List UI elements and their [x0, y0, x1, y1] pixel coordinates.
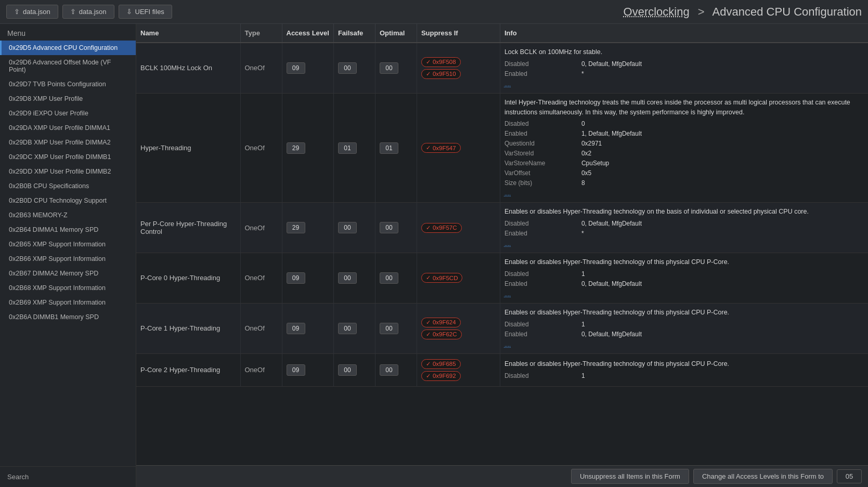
info-more-link[interactable]: ....	[504, 240, 511, 248]
cell-optimal: 00	[375, 43, 417, 93]
suppress-badge[interactable]: ✓ 0x9F508	[421, 57, 461, 67]
info-value: 0, Default, MfgDefault	[581, 330, 864, 339]
sidebar-item-0x29D9[interactable]: 0x29D9 iEXPO User Profile	[0, 106, 136, 121]
suppress-badge[interactable]: ✓ 0x9F510	[421, 69, 461, 79]
info-value: *	[581, 229, 864, 238]
suppress-badge[interactable]: ✓ 0x9F62C	[421, 330, 462, 339]
info-grid: Disabled0, Default, MfgDefaultEnabled*	[504, 59, 864, 78]
sidebar-item-0x29DC[interactable]: 0x29DC XMP User Profile DIMMB1	[0, 150, 136, 164]
cell-access-level[interactable]: 09	[282, 303, 333, 353]
cell-name: Per P-Core Hyper-Threading Control	[136, 203, 240, 253]
sidebar-item-0x2B68[interactable]: 0x2B68 XMP Support Information	[0, 281, 136, 295]
cell-type: OneOf	[240, 93, 282, 203]
info-key: VarStoreName	[504, 159, 577, 168]
info-title: Enables or disables Hyper-Threading tech…	[504, 308, 864, 318]
th-name: Name	[136, 24, 240, 43]
cell-name: Hyper-Threading	[136, 93, 240, 203]
cell-failsafe: 00	[333, 253, 375, 304]
info-key: QuestionId	[504, 139, 577, 148]
sidebar-item-0x29D5[interactable]: 0x29D5 Advanced CPU Configuration	[0, 41, 136, 55]
search-label: Search	[5, 471, 131, 483]
suppress-badge[interactable]: ✓ 0x9F5CD	[421, 273, 463, 283]
th-access-level: Access Level	[282, 24, 333, 43]
table-container: Name Type Access Level Failsafe Optimal …	[136, 24, 868, 465]
info-grid: Disabled1	[504, 371, 864, 380]
breadcrumb-parent[interactable]: Overclocking	[624, 5, 690, 18]
info-value: 0	[581, 119, 864, 128]
info-value: 0x2971	[581, 139, 864, 148]
cell-optimal: 00	[375, 253, 417, 304]
sidebar-item-0x29DB[interactable]: 0x29DB XMP User Profile DIMMA2	[0, 135, 136, 150]
info-key: Enabled	[504, 330, 577, 339]
info-key: Disabled	[504, 320, 577, 329]
sidebar-item-0x2B65[interactable]: 0x2B65 XMP Support Information	[0, 237, 136, 252]
suppress-badge[interactable]: ✓ 0x9F547	[421, 143, 461, 153]
bottom-bar: Unsuppress all Items in this Form Change…	[136, 465, 868, 487]
cell-optimal: 00	[375, 203, 417, 253]
upload-uefi-btn[interactable]: ⇩ UEFI files	[119, 5, 172, 19]
cell-name: BCLK 100MHz Lock On	[136, 43, 240, 93]
suppress-badge[interactable]: ✓ 0x9F57C	[421, 223, 462, 233]
table-row: P-Core 2 Hyper-ThreadingOneOf090000✓ 0x9…	[136, 353, 868, 386]
cell-access-level[interactable]: 29	[282, 93, 333, 203]
table-row: P-Core 0 Hyper-ThreadingOneOf090000✓ 0x9…	[136, 253, 868, 304]
menu-label: Menu	[0, 24, 136, 41]
suppress-badge[interactable]: ✓ 0x9F692	[421, 371, 461, 381]
cell-type: OneOf	[240, 253, 282, 304]
checkmark-icon: ✓	[426, 144, 431, 151]
sidebar-item-0x2B66[interactable]: 0x2B66 XMP Support Information	[0, 252, 136, 266]
sidebar-item-0x2B67[interactable]: 0x2B67 DIMMA2 Memory SPD	[0, 266, 136, 281]
sidebar-item-0x2B63[interactable]: 0x2B63 MEMORY-Z	[0, 208, 136, 222]
checkmark-icon: ✓	[426, 274, 431, 281]
cell-name: P-Core 1 Hyper-Threading	[136, 303, 240, 353]
sidebar-item-0x29D6[interactable]: 0x29D6 Advanced Offset Mode (VF Point)	[0, 55, 136, 77]
th-suppress-if: Suppress If	[417, 24, 500, 43]
cell-access-level[interactable]: 29	[282, 203, 333, 253]
content-area: Name Type Access Level Failsafe Optimal …	[136, 24, 868, 487]
upload-data-btn-1[interactable]: ⇧ data.json	[6, 5, 58, 19]
info-title: Enables or disables Hyper-Threading tech…	[504, 257, 864, 267]
cell-access-level[interactable]: 09	[282, 43, 333, 93]
cell-suppress-if: ✓ 0x9F624✓ 0x9F62C	[417, 303, 500, 353]
cell-type: OneOf	[240, 43, 282, 93]
unsuppress-all-btn[interactable]: Unsuppress all Items in this Form	[571, 469, 689, 484]
cell-optimal: 01	[375, 93, 417, 203]
info-grid: Disabled0Enabled1, Default, MfgDefaultQu…	[504, 119, 864, 188]
table-row: Per P-Core Hyper-Threading ControlOneOf2…	[136, 203, 868, 253]
sidebar-item-0x2B64[interactable]: 0x2B64 DIMMA1 Memory SPD	[0, 222, 136, 237]
table-header-row: Name Type Access Level Failsafe Optimal …	[136, 24, 868, 43]
cell-optimal: 00	[375, 303, 417, 353]
main-layout: Menu 0x29D5 Advanced CPU Configuration0x…	[0, 24, 868, 487]
info-more-link[interactable]: ....	[504, 80, 511, 89]
sidebar-item-0x2B0B[interactable]: 0x2B0B CPU Specifications	[0, 179, 136, 193]
suppress-badge[interactable]: ✓ 0x9F685	[421, 359, 461, 369]
cell-name: P-Core 0 Hyper-Threading	[136, 253, 240, 304]
th-optimal: Optimal	[375, 24, 417, 43]
suppress-badge[interactable]: ✓ 0x9F624	[421, 318, 461, 327]
sidebar-item-0x2B69[interactable]: 0x2B69 XMP Support Information	[0, 295, 136, 310]
sidebar-item-0x29DA[interactable]: 0x29DA XMP User Profile DIMMA1	[0, 121, 136, 135]
sidebar-item-0x29D7[interactable]: 0x29D7 TVB Points Configuration	[0, 77, 136, 91]
info-value: 0x2	[581, 149, 864, 158]
info-key: Enabled	[504, 279, 577, 288]
info-value: 1	[581, 371, 864, 380]
breadcrumb-separator: >	[698, 5, 705, 18]
info-more-link[interactable]: ....	[504, 340, 511, 349]
cell-access-level[interactable]: 09	[282, 253, 333, 304]
change-access-btn[interactable]: Change all Access Levels in this Form to	[693, 469, 833, 484]
info-key: VarStoreId	[504, 149, 577, 158]
cell-access-level[interactable]: 09	[282, 353, 333, 386]
cell-type: OneOf	[240, 303, 282, 353]
sidebar-item-0x2B0D[interactable]: 0x2B0D CPU Technology Support	[0, 193, 136, 208]
info-more-link[interactable]: ....	[504, 290, 511, 299]
info-value: CpuSetup	[581, 159, 864, 168]
sidebar-item-0x2B6A[interactable]: 0x2B6A DIMMB1 Memory SPD	[0, 310, 136, 324]
upload-icon-2: ⇧	[70, 8, 76, 16]
upload-data-btn-2[interactable]: ⇧ data.json	[62, 5, 114, 19]
sidebar-item-0x29D8[interactable]: 0x29D8 XMP User Profile	[0, 91, 136, 106]
info-more-link[interactable]: ....	[504, 189, 511, 198]
cell-suppress-if: ✓ 0x9F508✓ 0x9F510	[417, 43, 500, 93]
info-value: 8	[581, 178, 864, 188]
access-level-input[interactable]	[837, 469, 862, 483]
sidebar-item-0x29DD[interactable]: 0x29DD XMP User Profile DIMMB2	[0, 164, 136, 179]
